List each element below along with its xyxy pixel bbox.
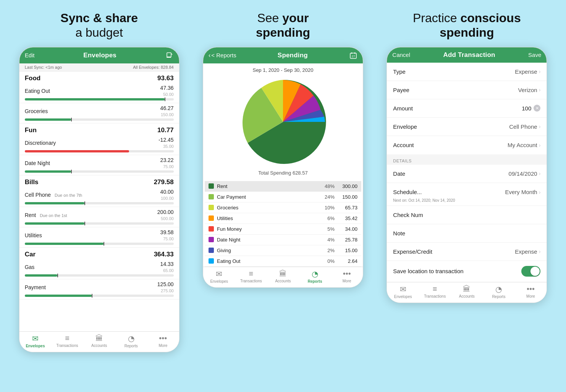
progress-fill <box>25 222 84 225</box>
chevron-icon: › <box>539 142 541 148</box>
form-row-date[interactable]: Date 09/14/2020 › <box>387 165 547 183</box>
date-range: Sep 1, 2020 - Sep 30, 2020 <box>252 67 313 73</box>
tab-envelopes[interactable]: ✉ Envelopes <box>391 285 414 299</box>
list-item[interactable]: Cell Phone Due on the 7th 40.00100.00 <box>19 187 179 207</box>
date-value: 09/14/2020 › <box>509 170 541 177</box>
form-row-checknum[interactable]: Check Num <box>387 206 547 224</box>
tab-reports[interactable]: ◔ Reports <box>304 269 327 283</box>
tab-transactions-label: Transactions <box>57 343 78 348</box>
form-row-expense-credit[interactable]: Expense/Credit Expense › <box>387 243 547 261</box>
form-row-envelope[interactable]: Envelope Cell Phone › <box>387 118 547 136</box>
tab-envelopes[interactable]: ✉ Envelopes <box>24 334 47 348</box>
progress-marker <box>165 97 165 101</box>
chart-area: Sep 1, 2020 - Sep 30, 2020 <box>203 63 363 181</box>
list-item[interactable]: Date Night 23.2275.00 <box>19 155 179 175</box>
edit-button[interactable]: Edit <box>25 52 35 58</box>
list-item[interactable]: Payment 125.00275.00 <box>19 279 179 300</box>
progress-fill <box>25 274 58 277</box>
spending-row[interactable]: Car Payment 24% 150.00 <box>205 192 361 202</box>
progress-marker <box>71 118 72 121</box>
item-amount: 39.5875.00 <box>160 229 174 241</box>
item-amount: 23.2275.00 <box>160 157 174 169</box>
form-row-account[interactable]: Account My Account › <box>387 136 547 154</box>
spending-row[interactable]: Groceries 10% 65.73 <box>205 202 361 213</box>
svg-text:27: 27 <box>352 55 355 58</box>
spending-pct: 48% <box>319 183 335 189</box>
more-icon: ••• <box>159 334 167 343</box>
nav-title-2: Spending <box>278 52 308 59</box>
spending-row[interactable]: Eating Out 0% 2.64 <box>205 256 361 267</box>
spending-row[interactable]: Fun Money 5% 34.00 <box>205 224 361 235</box>
save-button[interactable]: Save <box>528 52 541 58</box>
item-amount: 14.3365.00 <box>160 261 174 273</box>
amount-value: 100 ✕ <box>522 105 540 112</box>
spending-name: Groceries <box>217 205 319 211</box>
spending-row[interactable]: Giving 2% 15.00 <box>205 245 361 256</box>
chevron-icon: › <box>539 170 541 177</box>
calendar-icon[interactable]: 27 <box>349 51 357 60</box>
progress-fill <box>25 202 84 204</box>
list-item[interactable]: Groceries 46.27150.00 <box>19 103 179 123</box>
tab-bar-1: ✉ Envelopes ≡ Transactions 🏛 Accounts ◔ … <box>19 331 179 352</box>
tab-reports[interactable]: ◔ Reports <box>487 285 510 299</box>
group-bills: Bills 279.58 <box>19 175 179 187</box>
list-item[interactable]: Rent Due on the 1st 200.00500.00 <box>19 207 179 227</box>
tab-transactions[interactable]: ≡ Transactions <box>239 269 262 283</box>
spending-name: Giving <box>217 248 319 253</box>
tab-more[interactable]: ••• More <box>519 285 542 299</box>
tab-more[interactable]: ••• More <box>152 334 175 348</box>
form-row-amount[interactable]: Amount 100 ✕ <box>387 99 547 118</box>
phone-3: Cancel Add Transaction Save Type Expense… <box>386 47 547 303</box>
clear-amount-button[interactable]: ✕ <box>534 105 540 112</box>
schedule-label: Schedule... <box>393 189 422 195</box>
sync-bar: Last Sync: <1m ago All Envelopes: 828.84 <box>19 63 179 71</box>
nav-title-3: Add Transaction <box>443 51 495 59</box>
back-reports-button[interactable]: ‹ < Reports <box>209 52 236 59</box>
spending-pct: 2% <box>319 248 335 253</box>
group-car-total: 364.33 <box>154 251 174 258</box>
group-bills-total: 279.58 <box>154 178 174 186</box>
spending-row[interactable]: Utilities 6% 35.42 <box>205 213 361 224</box>
tab-envelopes-label: Envelopes <box>210 279 228 283</box>
edit-icon[interactable] <box>165 51 174 60</box>
cancel-button[interactable]: Cancel <box>392 52 410 58</box>
form-row-note[interactable]: Note <box>387 224 547 243</box>
tab-envelopes[interactable]: ✉ Envelopes <box>208 269 231 283</box>
spending-row[interactable]: Rent 48% 300.00 <box>205 181 361 192</box>
list-item[interactable]: Eating Out 47.3650.00 <box>19 83 179 103</box>
item-name: Groceries <box>25 108 48 114</box>
tab-more[interactable]: ••• More <box>335 269 358 283</box>
list-item[interactable]: Utilities 39.5875.00 <box>19 227 179 248</box>
form-row-type[interactable]: Type Expense › <box>387 63 547 81</box>
tab-accounts[interactable]: 🏛 Accounts <box>272 269 294 283</box>
list-item[interactable]: Gas 14.3365.00 <box>19 259 179 279</box>
expense-credit-value: Expense › <box>515 248 540 255</box>
tab-envelopes-label: Envelopes <box>394 295 412 299</box>
group-food-label: Food <box>25 75 41 82</box>
tab-accounts[interactable]: 🏛 Accounts <box>455 285 478 299</box>
payee-text: Verizon <box>518 87 537 93</box>
schedule-sub: Next on: Oct 14, 2020; Nov 14, 2020 <box>387 198 547 206</box>
list-item[interactable]: Discretionary -12.4535.00 <box>19 135 179 155</box>
amount-label: Amount <box>393 105 413 112</box>
main-form-section: Type Expense › Payee Verizon › Amount <box>387 63 547 154</box>
tab-accounts[interactable]: 🏛 Accounts <box>88 334 111 348</box>
checknum-label: Check Num <box>393 212 423 218</box>
progress-fill <box>25 243 104 245</box>
spending-amt: 15.00 <box>335 248 357 253</box>
item-name: Gas <box>25 264 35 270</box>
item-name: Payment <box>25 284 46 290</box>
panel3-title: Practice consciousspending <box>409 11 525 40</box>
tab-reports-label: Reports <box>125 344 138 348</box>
tab-reports[interactable]: ◔ Reports <box>120 334 142 348</box>
location-toggle[interactable] <box>521 266 540 277</box>
envelope-list[interactable]: Food 93.63 Eating Out 47.3650.00 Groceri… <box>19 71 179 331</box>
item-amount: 40.00100.00 <box>160 189 174 201</box>
tab-transactions[interactable]: ≡ Transactions <box>56 334 79 348</box>
spending-row[interactable]: Date Night 4% 25.78 <box>205 235 361 245</box>
form-row-payee[interactable]: Payee Verizon › <box>387 81 547 99</box>
amount-input[interactable]: 100 ✕ <box>522 105 540 112</box>
spending-pct: 0% <box>319 258 335 264</box>
tab-transactions[interactable]: ≡ Transactions <box>424 285 446 299</box>
form-row-save-location[interactable]: Save location to transaction <box>387 261 547 282</box>
